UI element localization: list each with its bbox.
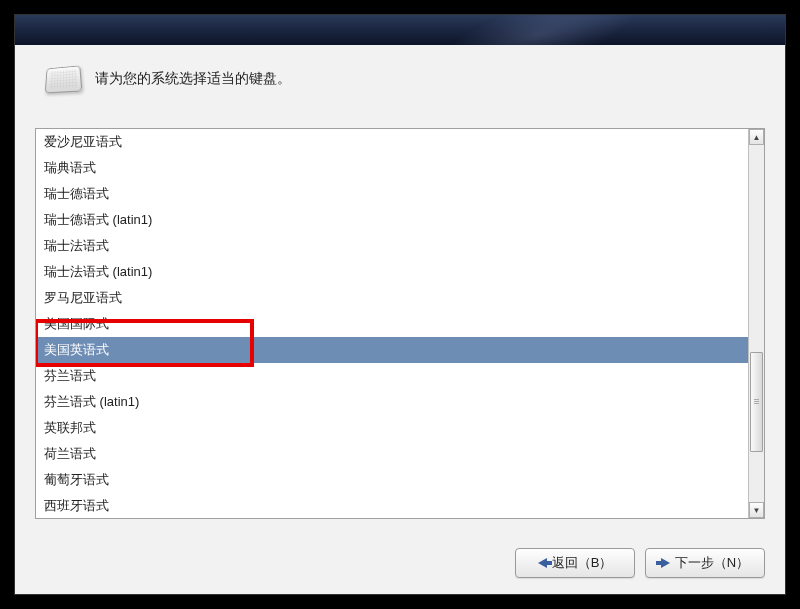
next-button[interactable]: 下一步（N） xyxy=(645,548,765,578)
keyboard-list-item[interactable]: 瑞典语式 xyxy=(36,155,748,181)
keyboard-list-item[interactable]: 葡萄牙语式 xyxy=(36,467,748,493)
keyboard-list-item[interactable]: 荷兰语式 xyxy=(36,441,748,467)
keyboard-list-item[interactable]: 西班牙语式 xyxy=(36,493,748,518)
keyboard-list[interactable]: 爱沙尼亚语式瑞典语式瑞士德语式瑞士德语式 (latin1)瑞士法语式瑞士法语式 … xyxy=(36,129,748,518)
keyboard-list-item[interactable]: 芬兰语式 (latin1) xyxy=(36,389,748,415)
keyboard-list-item[interactable]: 美国国际式 xyxy=(36,311,748,337)
top-banner xyxy=(15,15,785,45)
keyboard-list-item[interactable]: 罗马尼亚语式 xyxy=(36,285,748,311)
keyboard-icon xyxy=(45,65,83,93)
arrow-right-icon xyxy=(661,558,670,568)
keyboard-list-item[interactable]: 瑞士法语式 xyxy=(36,233,748,259)
chevron-down-icon: ▼ xyxy=(753,506,761,515)
keyboard-list-item[interactable]: 芬兰语式 xyxy=(36,363,748,389)
keyboard-list-item[interactable]: 爱沙尼亚语式 xyxy=(36,129,748,155)
keyboard-list-container: 爱沙尼亚语式瑞典语式瑞士德语式瑞士德语式 (latin1)瑞士法语式瑞士法语式 … xyxy=(35,128,765,519)
back-button[interactable]: 返回（B） xyxy=(515,548,635,578)
keyboard-list-item[interactable]: 美国英语式 xyxy=(36,337,748,363)
keyboard-list-item[interactable]: 英联邦式 xyxy=(36,415,748,441)
keyboard-list-item[interactable]: 瑞士德语式 (latin1) xyxy=(36,207,748,233)
back-button-label: 返回（B） xyxy=(552,554,613,572)
scroll-track[interactable] xyxy=(749,145,764,502)
scrollbar[interactable]: ▲ ▼ xyxy=(748,129,764,518)
chevron-up-icon: ▲ xyxy=(753,133,761,142)
installer-window: 请为您的系统选择适当的键盘。 爱沙尼亚语式瑞典语式瑞士德语式瑞士德语式 (lat… xyxy=(14,14,786,595)
scroll-up-button[interactable]: ▲ xyxy=(749,129,764,145)
arrow-left-icon xyxy=(538,558,547,568)
prompt-text: 请为您的系统选择适当的键盘。 xyxy=(95,70,291,88)
next-button-label: 下一步（N） xyxy=(675,554,749,572)
keyboard-list-item[interactable]: 瑞士法语式 (latin1) xyxy=(36,259,748,285)
keyboard-list-item[interactable]: 瑞士德语式 xyxy=(36,181,748,207)
button-bar: 返回（B） 下一步（N） xyxy=(515,548,765,578)
scroll-down-button[interactable]: ▼ xyxy=(749,502,764,518)
scroll-thumb[interactable] xyxy=(750,352,763,452)
header: 请为您的系统选择适当的键盘。 xyxy=(15,45,785,111)
